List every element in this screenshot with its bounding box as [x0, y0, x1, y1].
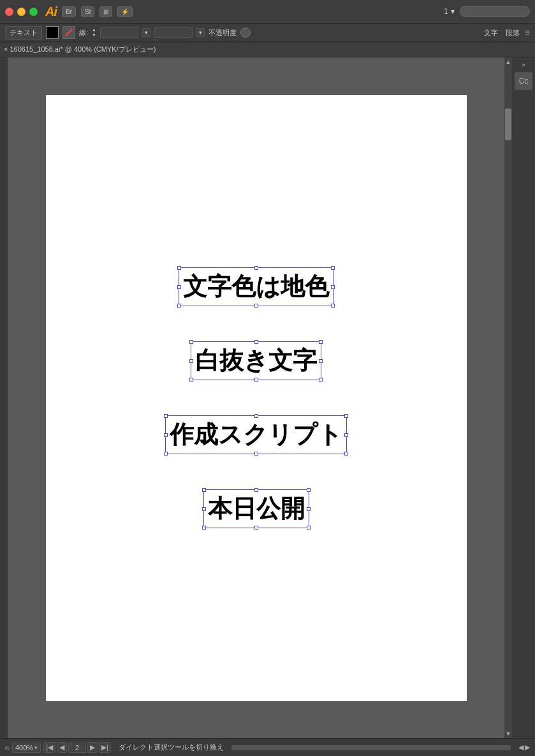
stroke-down-arrow[interactable]: ▼	[92, 33, 96, 38]
handle-br-3[interactable]	[344, 452, 348, 456]
handle-bl-3[interactable]	[164, 452, 168, 456]
status-arrows: ◀ ▶	[518, 743, 530, 752]
vscrollbar-thumb[interactable]	[505, 108, 511, 140]
menu-icon-button[interactable]: ≡	[525, 27, 530, 39]
handle-mr-1[interactable]	[331, 285, 335, 289]
handle-tc-2[interactable]	[254, 340, 258, 344]
status-text: ダイレクト選択ツールを切り換え	[119, 743, 224, 752]
handle-bc-1[interactable]	[254, 304, 258, 308]
handle-ml-3[interactable]	[164, 433, 168, 437]
search-input[interactable]	[460, 6, 530, 17]
right-panel: » Cc	[512, 57, 535, 738]
handle-tr-1[interactable]	[331, 266, 335, 270]
color-swatch[interactable]	[46, 26, 59, 39]
tool-button[interactable]: ⚡	[117, 6, 133, 17]
handle-ml-1[interactable]	[177, 285, 181, 289]
stroke-label: 線:	[79, 28, 88, 38]
text-box-2[interactable]: 白抜き文字	[191, 341, 321, 380]
zoom-selector[interactable]: 400% ▾	[12, 743, 41, 753]
handle-tc-4[interactable]	[254, 488, 258, 492]
stroke-value2-input[interactable]	[154, 27, 193, 38]
status-next-arrow[interactable]: ▶	[525, 743, 530, 752]
handle-br-2[interactable]	[319, 378, 323, 382]
collapse-icon[interactable]: »	[520, 60, 527, 70]
handle-mr-2[interactable]	[319, 359, 323, 363]
minimize-button[interactable]	[17, 8, 26, 16]
text-selection-border-2: 白抜き文字	[191, 341, 321, 380]
scroll-up-arrow[interactable]: ▲	[504, 57, 512, 66]
page-number: 1	[444, 7, 448, 16]
handle-mr-3[interactable]	[344, 433, 348, 437]
close-button[interactable]	[5, 8, 13, 16]
handle-ml-2[interactable]	[189, 359, 193, 363]
text-content-4[interactable]: 本日公開	[208, 495, 305, 522]
cc-panel-icon[interactable]: Cc	[515, 72, 532, 90]
handle-tl-4[interactable]	[202, 488, 206, 492]
stroke-up-arrow[interactable]: ▲	[92, 27, 96, 33]
handle-br-1[interactable]	[331, 304, 335, 308]
handle-mr-4[interactable]	[307, 507, 311, 511]
nav-controls: |◀ ◀ ▶ ▶|	[43, 742, 111, 753]
titlebar-center: Ai Br St ⊞ ⚡	[45, 4, 133, 19]
handle-bc-3[interactable]	[254, 452, 258, 456]
handle-bl-4[interactable]	[202, 526, 206, 530]
nav-prev-btn[interactable]: ◀	[57, 742, 67, 753]
page-selector[interactable]: 1 ▾	[444, 7, 455, 16]
handle-ml-4[interactable]	[202, 507, 206, 511]
stroke-indicator	[62, 26, 75, 39]
nav-next-btn[interactable]: ▶	[87, 742, 98, 753]
handle-bl-1[interactable]	[177, 304, 181, 308]
svg-line-0	[66, 29, 72, 36]
tabbar: × 160615_1058.ai* @ 400% (CMYK/プレビュー)	[0, 42, 535, 57]
char-para-btns: 文字 段落 ≡	[481, 27, 530, 39]
text-box-1[interactable]: 文字色は地色	[179, 267, 333, 306]
nav-last-btn[interactable]: ▶|	[99, 742, 111, 753]
para-button[interactable]: 段落	[503, 27, 522, 39]
text-selection-border-3: 作成スクリプト	[165, 415, 347, 454]
nav-first-btn[interactable]: |◀	[43, 742, 55, 753]
zoom-arrow[interactable]: ▾	[34, 745, 38, 751]
handle-tl-3[interactable]	[164, 414, 168, 418]
handle-bl-2[interactable]	[189, 378, 193, 382]
page-dropdown-icon[interactable]: ▾	[451, 7, 455, 16]
handle-tl-2[interactable]	[189, 340, 193, 344]
text-selection-border-1: 文字色は地色	[179, 267, 333, 306]
handle-bc-4[interactable]	[254, 526, 258, 530]
handle-tl-1[interactable]	[177, 266, 181, 270]
stroke-arrows[interactable]: ▲ ▼	[92, 27, 96, 38]
char-button[interactable]: 文字	[481, 27, 501, 39]
handle-tc-1[interactable]	[254, 266, 258, 270]
main-area: ▲ ▼ 文字色は地色	[0, 57, 535, 738]
scroll-down-arrow[interactable]: ▼	[504, 729, 512, 738]
page-num-input[interactable]	[68, 743, 86, 753]
text-content-1[interactable]: 文字色は地色	[183, 273, 329, 300]
titlebar-right: 1 ▾	[444, 6, 530, 17]
text-box-3[interactable]: 作成スクリプト	[165, 415, 347, 454]
status-prev-arrow[interactable]: ◀	[518, 743, 524, 752]
vscrollbar[interactable]: ▲ ▼	[504, 57, 512, 738]
stroke-dropdown-btn[interactable]: ▾	[142, 28, 150, 37]
stroke-value-input[interactable]	[100, 27, 138, 38]
handle-tr-4[interactable]	[307, 488, 311, 492]
share-icon[interactable]: ⎋	[5, 744, 10, 752]
maximize-button[interactable]	[29, 8, 38, 16]
status-progress-bar	[231, 745, 511, 750]
handle-tc-3[interactable]	[254, 414, 258, 418]
stroke-dropdown2-btn[interactable]: ▾	[196, 28, 205, 37]
grid-button[interactable]: ⊞	[99, 6, 112, 17]
handle-bc-2[interactable]	[254, 378, 258, 382]
tools-panel	[0, 57, 8, 738]
canvas-wrapper: ▲ ▼ 文字色は地色	[8, 57, 512, 738]
ai-logo: Ai	[45, 4, 57, 19]
handle-tr-3[interactable]	[344, 414, 348, 418]
text-content-3[interactable]: 作成スクリプト	[170, 421, 342, 448]
text-content-2[interactable]: 白抜き文字	[195, 347, 317, 374]
br-button[interactable]: Br	[62, 6, 76, 17]
statusbar: ⎋ 400% ▾ |◀ ◀ ▶ ▶| ダイレクト選択ツールを切り換え ◀ ▶	[0, 738, 535, 756]
handle-br-4[interactable]	[307, 526, 311, 530]
st-button[interactable]: St	[81, 6, 94, 17]
handle-tr-2[interactable]	[319, 340, 323, 344]
text-box-4[interactable]: 本日公開	[203, 489, 309, 528]
zoom-value: 400%	[15, 744, 33, 752]
opacity-icon	[240, 27, 251, 38]
